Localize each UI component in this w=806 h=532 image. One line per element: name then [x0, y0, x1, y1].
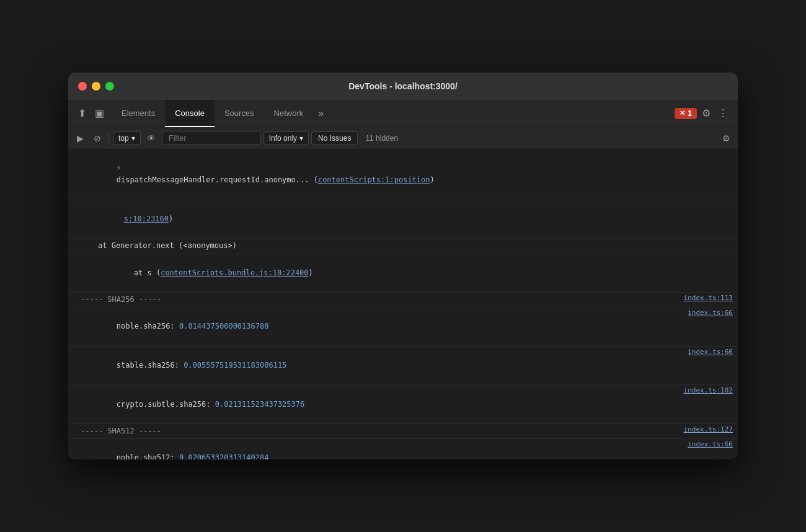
tab-sources[interactable]: Sources — [215, 100, 264, 127]
context-label: top — [118, 134, 129, 143]
tab-icon-group: ⬆ ▣ — [71, 100, 112, 126]
error-badge[interactable]: ✕ 1 — [675, 108, 697, 119]
error-icon: ✕ — [680, 109, 685, 117]
list-item: noble.sha512: 0.020653320313140284 index… — [68, 439, 738, 459]
window-title: DevTools - localhost:3000/ — [348, 81, 458, 91]
tab-actions: ✕ 1 ⚙ ⋮ — [670, 100, 735, 126]
crypto-sha256: crypto.subtle.sha256: 0.0213115234373253… — [81, 386, 653, 422]
toolbar-divider-1 — [108, 132, 109, 144]
noble-sha512-source[interactable]: index.ts:66 — [658, 440, 733, 448]
console-settings-icon[interactable]: ⚙ — [720, 131, 733, 146]
traffic-lights — [78, 82, 114, 91]
maximize-button[interactable] — [105, 82, 114, 91]
titlebar: DevTools - localhost:3000/ — [68, 73, 738, 100]
entry-text: s:10:23160) — [88, 202, 733, 237]
list-item: s:10:23160) — [68, 200, 738, 239]
close-button[interactable] — [78, 82, 87, 91]
log-level-selector[interactable]: Info only ▾ — [264, 131, 309, 145]
cursor-icon[interactable]: ⬆ — [76, 105, 89, 122]
hidden-count: 11 hidden — [360, 134, 403, 143]
noble-sha512: noble.sha512: 0.020653320313140284 — [81, 440, 653, 459]
eye-button[interactable]: 👁 — [143, 131, 159, 146]
s-link[interactable]: s:10:23160 — [124, 215, 169, 223]
source-link[interactable]: contentScripts:1:position — [318, 175, 430, 184]
log-level-dropdown-icon: ▾ — [299, 134, 303, 143]
list-item: ----- SHA512 ----- index.ts:127 — [68, 424, 738, 439]
entry-text: ⚡ dispatchMessageHandler.requestId.anony… — [81, 151, 733, 198]
tabbar: ⬆ ▣ Elements Console Sources Network » ✕… — [68, 100, 738, 127]
list-item: crypto.subtle.sha256: 0.0213115234373253… — [68, 385, 738, 424]
noble-sha256-source[interactable]: index.ts:66 — [658, 309, 733, 317]
list-item: at Generator.next (<anonymous>) — [68, 239, 738, 254]
context-dropdown-icon: ▾ — [131, 134, 135, 143]
tab-console[interactable]: Console — [165, 100, 215, 127]
context-selector[interactable]: top ▾ — [113, 131, 141, 145]
filter-input[interactable] — [162, 131, 261, 145]
no-issues-button[interactable]: No Issues — [311, 131, 358, 145]
tab-network[interactable]: Network — [264, 100, 314, 127]
console-toolbar: ▶ ⊘ top ▾ 👁 Info only ▾ No Issues 11 hid… — [68, 127, 738, 149]
clear-button[interactable]: ⊘ — [90, 131, 105, 146]
bundle-link[interactable]: contentScripts.bundle.js:10:22400 — [161, 268, 308, 277]
minimize-button[interactable] — [92, 82, 100, 91]
sha512-header: ----- SHA512 ----- — [81, 425, 653, 437]
more-tabs-button[interactable]: » — [313, 100, 329, 126]
more-options-icon[interactable]: ⋮ — [715, 105, 730, 122]
log-level-label: Info only — [269, 134, 297, 143]
devtools-window: DevTools - localhost:3000/ ⬆ ▣ Elements … — [68, 73, 738, 459]
list-item: ----- SHA256 ----- index.ts:113 — [68, 293, 738, 308]
list-item: at s (contentScripts.bundle.js:10:22400) — [68, 254, 738, 293]
console-content[interactable]: ⚡ dispatchMessageHandler.requestId.anony… — [68, 149, 738, 459]
entry-text: at s (contentScripts.bundle.js:10:22400) — [98, 255, 733, 291]
tab-elements[interactable]: Elements — [112, 100, 165, 127]
sha256-header: ----- SHA256 ----- — [81, 294, 653, 306]
entry-text: at Generator.next (<anonymous>) — [98, 240, 733, 252]
source-link[interactable]: index.ts:113 — [658, 294, 733, 302]
list-item: ⚡ dispatchMessageHandler.requestId.anony… — [68, 149, 738, 200]
stable-sha256: stable.sha256: 0.005557519531183006115 — [81, 348, 653, 384]
sha512-source[interactable]: index.ts:127 — [658, 425, 733, 433]
crypto-sha256-source[interactable]: index.ts:102 — [658, 386, 733, 394]
stable-sha256-source[interactable]: index.ts:66 — [658, 348, 733, 356]
settings-icon[interactable]: ⚙ — [699, 105, 713, 122]
error-count: 1 — [688, 109, 692, 118]
device-icon[interactable]: ▣ — [92, 105, 107, 122]
noble-sha256: noble.sha256: 0.014437500000136788 — [81, 309, 653, 345]
list-item: stable.sha256: 0.005557519531183006115 i… — [68, 347, 738, 386]
list-item: noble.sha256: 0.014437500000136788 index… — [68, 308, 738, 347]
execute-button[interactable]: ▶ — [73, 131, 87, 146]
